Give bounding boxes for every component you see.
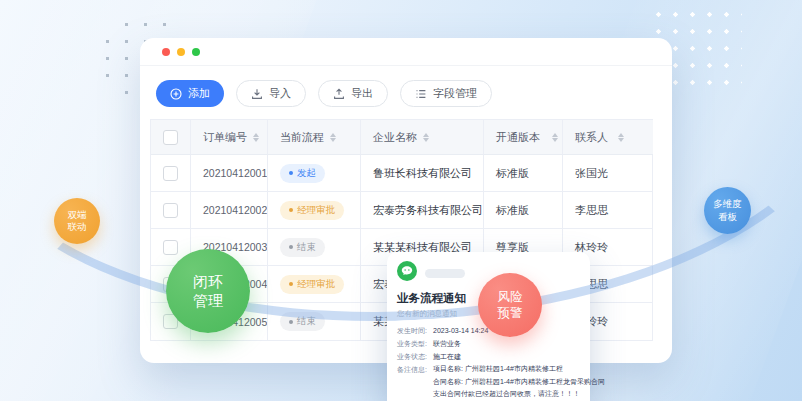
closed-loop-management-bubble: 闭环 管理	[166, 249, 250, 333]
remark-label: 备注信息:	[397, 363, 433, 401]
download-icon	[251, 88, 263, 100]
sort-icon[interactable]	[618, 133, 624, 142]
order-no-cell: 20210412002	[191, 192, 268, 229]
column-header-order-no: 订单编号	[203, 130, 247, 145]
remark-line: 支出合同付款已经超过合同收票，请注意！！！	[433, 388, 605, 401]
remark-line: 合同名称: 广州碧桂园1-4#市内精装修工程龙骨采购合同	[433, 376, 605, 389]
flow-status-badge: 经理审批	[280, 275, 344, 294]
import-button[interactable]: 导入	[236, 80, 306, 107]
add-button-label: 添加	[188, 86, 210, 101]
time-label: 发生时间:	[397, 324, 433, 337]
status-label: 业务状态:	[397, 350, 433, 363]
traffic-light-red-icon[interactable]	[162, 48, 170, 56]
column-header-version: 开通版本	[496, 130, 540, 145]
notification-fields: 发生时间: 2023-03-14 14:24 业务类型: 联营业务 业务状态: …	[397, 324, 580, 401]
version-cell: 标准版	[484, 192, 563, 229]
column-header-company: 企业名称	[373, 130, 417, 145]
contact-cell: 李思思	[563, 192, 653, 229]
skeleton-placeholder	[425, 269, 465, 278]
time-value: 2023-03-14 14:24	[433, 324, 488, 337]
export-button-label: 导出	[351, 86, 373, 101]
flow-status-badge: 结束	[280, 312, 325, 331]
status-dot-icon	[289, 245, 293, 249]
row-checkbox[interactable]	[163, 203, 178, 218]
type-value: 联营业务	[433, 337, 461, 350]
status-value: 施工在建	[433, 350, 461, 363]
sort-icon[interactable]	[253, 133, 259, 142]
type-label: 业务类型:	[397, 337, 433, 350]
flow-status-badge: 结束	[280, 238, 325, 257]
sort-icon[interactable]	[330, 133, 336, 142]
upload-icon	[333, 88, 345, 100]
import-button-label: 导入	[269, 86, 291, 101]
version-cell: 标准版	[484, 155, 563, 192]
column-header-contact: 联系人	[575, 130, 608, 145]
row-checkbox[interactable]	[163, 240, 178, 255]
select-all-checkbox[interactable]	[163, 130, 178, 145]
remark-line: 项目名称: 广州碧桂园1-4#市内精装修工程	[433, 363, 605, 376]
risk-alert-bubble: 风险 预警	[478, 273, 542, 337]
sort-icon[interactable]	[423, 133, 429, 142]
row-checkbox[interactable]	[163, 166, 178, 181]
table-row[interactable]: 20210412002 经理审批 宏泰劳务科技有限公司 标准版 李思思	[151, 192, 652, 229]
contact-cell: 张国光	[563, 155, 653, 192]
dual-link-bubble: 双端 联动	[54, 198, 100, 244]
order-no-cell: 20210412001	[191, 155, 268, 192]
company-cell: 鲁班长科技有限公司	[361, 155, 484, 192]
traffic-light-yellow-icon[interactable]	[177, 48, 185, 56]
status-dot-icon	[289, 208, 293, 212]
toolbar: 添加 导入 导出 字段管理	[140, 66, 672, 107]
multi-dimension-board-bubble: 多维度 看板	[704, 187, 751, 234]
field-management-button-label: 字段管理	[433, 86, 477, 101]
traffic-light-green-icon[interactable]	[192, 48, 200, 56]
status-dot-icon	[289, 320, 293, 324]
status-dot-icon	[289, 282, 293, 286]
column-header-flow: 当前流程	[280, 130, 324, 145]
table-header-row: 订单编号 当前流程 企业名称 开通版本 联系人	[151, 120, 652, 155]
sort-icon[interactable]	[552, 133, 558, 142]
flow-status-badge: 经理审批	[280, 201, 344, 220]
window-titlebar	[140, 38, 672, 66]
remark-value: 项目名称: 广州碧桂园1-4#市内精装修工程 合同名称: 广州碧桂园1-4#市内…	[433, 363, 605, 401]
flow-status-badge: 发起	[280, 164, 325, 183]
add-button[interactable]: 添加	[156, 80, 224, 107]
marketing-screenshot-stage: 添加 导入 导出 字段管理 订单编号 当前流程 企业名称 开通版本	[0, 0, 802, 401]
table-row[interactable]: 20210412001 发起 鲁班长科技有限公司 标准版 张国光	[151, 155, 652, 192]
plus-circle-icon	[170, 88, 182, 100]
status-dot-icon	[289, 171, 293, 175]
wechat-message-icon	[397, 261, 417, 285]
list-icon	[415, 88, 427, 100]
field-management-button[interactable]: 字段管理	[400, 80, 492, 107]
company-cell: 宏泰劳务科技有限公司	[361, 192, 484, 229]
export-button[interactable]: 导出	[318, 80, 388, 107]
